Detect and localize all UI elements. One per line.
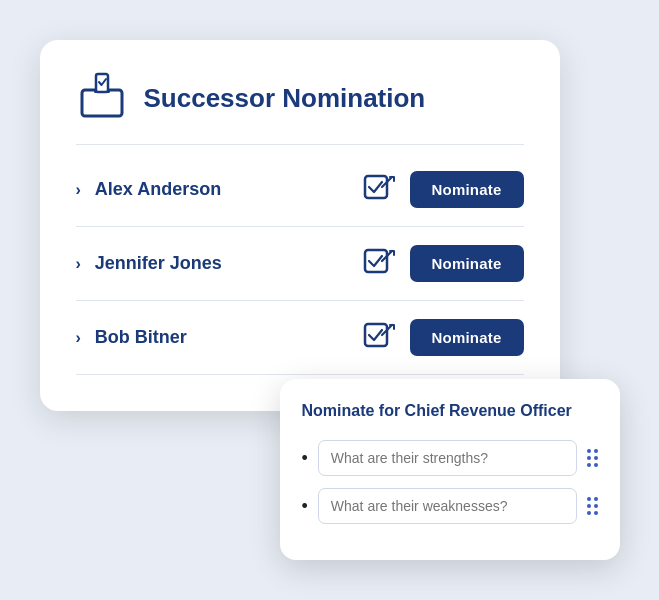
person-name: Alex Anderson xyxy=(95,179,362,200)
chevron-icon: › xyxy=(76,329,81,347)
person-list: ›Alex Anderson Nominate›Jennifer Jones N… xyxy=(76,153,524,375)
scene: Successor Nomination ›Alex Anderson Nomi… xyxy=(40,40,620,560)
nominate-button[interactable]: Nominate xyxy=(410,171,524,208)
question-list: • • xyxy=(302,440,598,524)
edit-ballot-icon xyxy=(362,321,396,355)
drag-handle-icon[interactable] xyxy=(587,497,598,515)
person-row: ›Alex Anderson Nominate xyxy=(76,153,524,227)
chevron-icon: › xyxy=(76,181,81,199)
question-input[interactable] xyxy=(318,440,577,476)
edit-ballot-icon xyxy=(362,173,396,207)
question-row: • xyxy=(302,440,598,476)
person-row: ›Jennifer Jones Nominate xyxy=(76,227,524,301)
question-input[interactable] xyxy=(318,488,577,524)
drag-handle-icon[interactable] xyxy=(587,449,598,467)
bullet-icon: • xyxy=(302,448,308,469)
question-row: • xyxy=(302,488,598,524)
chevron-icon: › xyxy=(76,255,81,273)
card-header: Successor Nomination xyxy=(76,70,524,145)
popup-card: Nominate for Chief Revenue Officer • • xyxy=(280,379,620,560)
popup-title: Nominate for Chief Revenue Officer xyxy=(302,401,598,422)
page-title: Successor Nomination xyxy=(144,83,426,114)
bullet-icon: • xyxy=(302,496,308,517)
nominate-button[interactable]: Nominate xyxy=(410,245,524,282)
main-card: Successor Nomination ›Alex Anderson Nomi… xyxy=(40,40,560,411)
svg-rect-0 xyxy=(82,90,122,116)
person-name: Jennifer Jones xyxy=(95,253,362,274)
ballot-icon xyxy=(76,70,128,126)
edit-ballot-icon xyxy=(362,247,396,281)
person-row: ›Bob Bitner Nominate xyxy=(76,301,524,375)
nominate-button[interactable]: Nominate xyxy=(410,319,524,356)
person-name: Bob Bitner xyxy=(95,327,362,348)
